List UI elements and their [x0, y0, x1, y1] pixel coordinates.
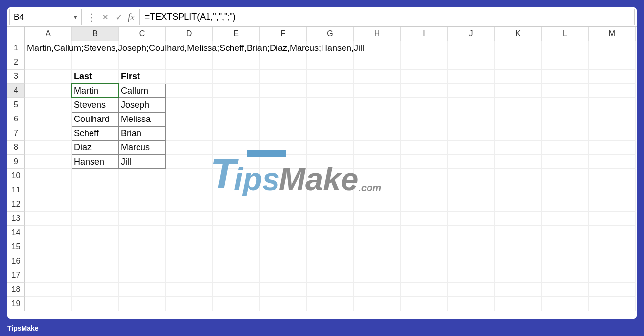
row-header-18[interactable]: 18: [7, 283, 25, 297]
cell[interactable]: [213, 268, 260, 283]
cell-c3[interactable]: First: [119, 70, 166, 84]
cell[interactable]: [260, 98, 307, 112]
cell[interactable]: [25, 240, 72, 254]
cell[interactable]: [354, 254, 401, 268]
cell-b9[interactable]: Hansen: [72, 155, 119, 169]
cell[interactable]: [260, 70, 307, 84]
cell[interactable]: [166, 297, 213, 311]
cell[interactable]: [401, 283, 448, 297]
select-all-corner[interactable]: [7, 27, 25, 41]
cell[interactable]: [166, 98, 213, 112]
cell[interactable]: [25, 84, 72, 98]
cell[interactable]: [213, 212, 260, 226]
cell[interactable]: [72, 212, 119, 226]
cell[interactable]: [166, 283, 213, 297]
cell[interactable]: [72, 240, 119, 254]
cell[interactable]: [25, 141, 72, 155]
cell[interactable]: [25, 112, 72, 126]
cell[interactable]: [119, 55, 166, 70]
cell[interactable]: [542, 254, 589, 268]
cell[interactable]: [166, 70, 213, 84]
cell[interactable]: [542, 155, 589, 169]
cell[interactable]: [213, 98, 260, 112]
cell[interactable]: [166, 155, 213, 169]
cell[interactable]: [401, 268, 448, 283]
cell[interactable]: [260, 155, 307, 169]
cell[interactable]: [260, 226, 307, 240]
cell[interactable]: [307, 70, 354, 84]
cell[interactable]: [25, 183, 72, 197]
cell-b4[interactable]: Martin: [72, 84, 119, 98]
cell[interactable]: [213, 226, 260, 240]
col-header-k[interactable]: K: [495, 27, 542, 41]
cell[interactable]: [260, 169, 307, 183]
cell[interactable]: [25, 226, 72, 240]
cell[interactable]: [72, 297, 119, 311]
cell[interactable]: [25, 98, 72, 112]
cell[interactable]: [589, 169, 636, 183]
cell-b3[interactable]: Last: [72, 70, 119, 84]
cell[interactable]: [542, 297, 589, 311]
cell[interactable]: [495, 126, 542, 141]
cell[interactable]: [448, 70, 495, 84]
more-button[interactable]: ⋮: [85, 9, 98, 25]
fx-icon[interactable]: fx: [128, 12, 135, 23]
cell[interactable]: [354, 126, 401, 141]
cell[interactable]: [401, 70, 448, 84]
cell[interactable]: [25, 268, 72, 283]
cell[interactable]: [448, 226, 495, 240]
cell[interactable]: [213, 169, 260, 183]
cell[interactable]: [495, 55, 542, 70]
cell[interactable]: [448, 197, 495, 212]
cell[interactable]: [354, 183, 401, 197]
cell[interactable]: [260, 197, 307, 212]
col-header-j[interactable]: J: [448, 27, 495, 41]
cell-c8[interactable]: Marcus: [119, 141, 166, 155]
cell[interactable]: [401, 197, 448, 212]
cell[interactable]: [495, 268, 542, 283]
cell[interactable]: [542, 70, 589, 84]
cell[interactable]: [72, 169, 119, 183]
row-header-11[interactable]: 11: [7, 183, 25, 197]
cell-b8[interactable]: Diaz: [72, 141, 119, 155]
cell[interactable]: [213, 155, 260, 169]
cell-c4[interactable]: Callum: [119, 84, 166, 98]
cell-b7[interactable]: Scheff: [72, 126, 119, 141]
cell[interactable]: [119, 197, 166, 212]
cell[interactable]: [354, 112, 401, 126]
cell[interactable]: [72, 268, 119, 283]
row-header-12[interactable]: 12: [7, 197, 25, 212]
cell[interactable]: [401, 141, 448, 155]
col-header-m[interactable]: M: [589, 27, 636, 41]
cell[interactable]: [25, 254, 72, 268]
cell[interactable]: [542, 55, 589, 70]
cell[interactable]: [166, 126, 213, 141]
cell[interactable]: [495, 70, 542, 84]
cell[interactable]: [72, 197, 119, 212]
cell[interactable]: [589, 297, 636, 311]
cell[interactable]: [448, 254, 495, 268]
cell[interactable]: [213, 55, 260, 70]
col-header-a[interactable]: A: [25, 27, 72, 41]
row-header-9[interactable]: 9: [7, 155, 25, 169]
cell[interactable]: [166, 55, 213, 70]
cell[interactable]: [213, 112, 260, 126]
cell[interactable]: [307, 98, 354, 112]
row-header-3[interactable]: 3: [7, 70, 25, 84]
cell[interactable]: [260, 183, 307, 197]
col-header-i[interactable]: I: [401, 27, 448, 41]
cell[interactable]: [166, 197, 213, 212]
cell[interactable]: [589, 70, 636, 84]
cell[interactable]: [354, 283, 401, 297]
cell[interactable]: [307, 240, 354, 254]
cell[interactable]: [166, 254, 213, 268]
formula-input[interactable]: =TEXTSPLIT(A1,",",";"): [139, 9, 635, 25]
cell[interactable]: [589, 155, 636, 169]
cell[interactable]: [307, 283, 354, 297]
cell[interactable]: [401, 212, 448, 226]
cell[interactable]: [354, 197, 401, 212]
cell[interactable]: [542, 169, 589, 183]
cell[interactable]: [401, 169, 448, 183]
col-header-g[interactable]: G: [307, 27, 354, 41]
cell[interactable]: [542, 84, 589, 98]
